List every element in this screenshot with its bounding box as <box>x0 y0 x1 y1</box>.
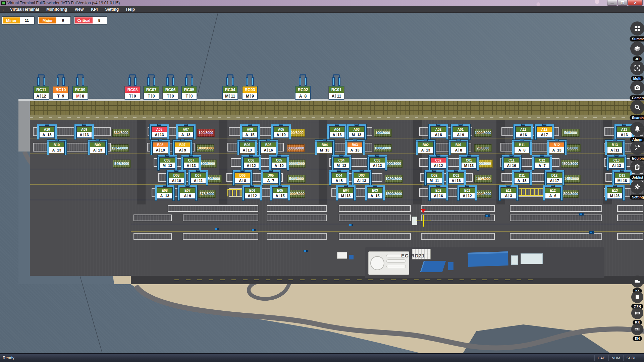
block-capacity-badge[interactable]: 1000/8000 <box>196 144 214 152</box>
yard-block-card[interactable]: A12A7 <box>537 127 552 138</box>
restore-button[interactable]: ❐ <box>618 0 628 6</box>
yard-block-card[interactable]: D12A17 <box>547 173 562 184</box>
quay-crane[interactable]: RC01A11 <box>329 74 344 100</box>
yard-block-card[interactable]: C02A12 <box>431 158 446 169</box>
block-capacity-badge[interactable]: 500/8000 <box>287 175 306 183</box>
equipment-filter-otr[interactable]: OTR <box>630 291 644 309</box>
quay-crane[interactable]: RC10T9 <box>53 74 68 100</box>
yard-block-card[interactable]: E11A3 <box>501 188 516 199</box>
sidebar-button-camera[interactable]: Camera <box>630 80 644 101</box>
yard-block-card[interactable]: B06A13 <box>239 142 255 153</box>
block-capacity-badge[interactable]: 1000/8000 <box>474 129 492 137</box>
yard-block-card[interactable]: A02A8 <box>431 127 446 138</box>
yard-block-card[interactable]: A08A13 <box>152 127 167 138</box>
block-capacity-badge[interactable]: 5500/8000 <box>561 190 579 198</box>
yard-block-card[interactable]: C06A12 <box>244 158 259 169</box>
block-capacity-badge[interactable]: 100/8000 <box>374 129 392 137</box>
yard-block-card[interactable]: B10A13 <box>49 142 64 153</box>
quay-crane[interactable]: RC07T0 <box>144 74 159 100</box>
block-capacity-badge[interactable]: 1020/8000 <box>385 175 403 183</box>
terminal-map[interactable]: 530/80001234/8000546/8000100/80001000/80… <box>0 13 644 353</box>
menu-item-setting[interactable]: Setting <box>101 6 122 13</box>
yard-block-card[interactable]: B02A13 <box>418 142 433 153</box>
yard-block-card[interactable]: E07A9 <box>180 188 195 199</box>
sidebar-button-summay[interactable]: Summay <box>630 21 644 42</box>
yard-block-card[interactable]: D04A8 <box>331 173 347 184</box>
yard-block-card[interactable]: B01A8 <box>451 142 466 153</box>
quay-crane[interactable]: RC03M9 <box>242 74 258 100</box>
yard-block-card[interactable]: C11A16 <box>504 158 519 169</box>
yard-block-card[interactable]: E03A15 <box>367 188 383 199</box>
quay-crane[interactable]: RC08T0 <box>125 74 140 100</box>
sidebar-button-joblist[interactable]: Joblist <box>630 160 644 180</box>
yard-block-card[interactable]: D11A13 <box>514 173 530 184</box>
yard-block-card[interactable]: B09A13 <box>90 142 105 153</box>
yard-block-card[interactable]: B13A11 <box>607 142 623 153</box>
block-capacity-badge[interactable]: 530/8000 <box>112 129 130 137</box>
yard-block-card[interactable]: E01A12 <box>460 188 475 199</box>
yard-block-card[interactable]: E04M13 <box>338 188 354 199</box>
block-capacity-badge[interactable]: 1234/8000 <box>111 144 129 152</box>
yard-block-card[interactable]: E06A12 <box>245 188 260 199</box>
yard-block-card[interactable]: A07A13 <box>178 127 194 138</box>
yard-block-card[interactable]: B07A9 <box>175 142 190 153</box>
block-capacity-badge[interactable]: 3000/8000 <box>287 144 305 152</box>
alert-pill-major[interactable]: Major9 <box>38 17 70 24</box>
equipment-filter-rs[interactable]: RS <box>630 307 644 325</box>
block-capacity-badge[interactable]: 20/8000 <box>474 144 492 152</box>
menu-item-kpi[interactable]: KPI <box>87 6 101 13</box>
yard-block-card[interactable]: B12A13 <box>549 142 565 153</box>
yard-block-card[interactable]: C07A13 <box>183 158 199 169</box>
sidebar-button-setting[interactable]: Setting <box>630 180 644 200</box>
yard-block-card[interactable]: C03A13 <box>370 158 385 169</box>
sidebar-button-search[interactable]: Search <box>630 100 644 120</box>
yard-block-card[interactable]: A09A13 <box>76 127 92 138</box>
yard-block-card[interactable]: A10A13 <box>39 127 55 138</box>
block-capacity-badge[interactable]: 100/8000 <box>197 129 215 137</box>
yard-block-card[interactable]: B04M13 <box>317 142 332 153</box>
yard-block-card[interactable]: D05A7 <box>263 173 278 184</box>
yard-block-card[interactable]: B08A10 <box>153 142 168 153</box>
block-capacity-badge[interactable]: 4500/8000 <box>561 160 579 168</box>
block-capacity-badge[interactable]: 600/8000 <box>199 160 217 168</box>
block-capacity-badge[interactable]: 578/8000 <box>198 190 216 198</box>
sidebar-button-multi[interactable]: Multi <box>630 61 644 81</box>
block-capacity-badge[interactable]: 50/8000 <box>561 129 580 137</box>
yard-block-card[interactable]: B11A8 <box>514 142 530 153</box>
alert-pill-minor[interactable]: Minor11 <box>2 17 34 24</box>
yard-block-card[interactable]: D06A8 <box>235 173 250 184</box>
close-button[interactable]: ✕ <box>628 0 643 6</box>
yard-block-card[interactable]: A03M13 <box>349 127 364 138</box>
menu-item-view[interactable]: View <box>71 6 87 13</box>
yard-block-card[interactable]: D02M11 <box>427 173 442 184</box>
yard-block-card[interactable]: D08A10 <box>169 173 184 184</box>
minimize-button[interactable]: — <box>607 0 617 6</box>
block-capacity-badge[interactable]: 1000/8000 <box>374 144 392 152</box>
yard-block-card[interactable]: C12A7 <box>534 158 550 169</box>
sidebar-button-equipment[interactable]: Equipment <box>630 141 644 161</box>
yard-block-card[interactable]: D13M18 <box>614 173 630 184</box>
quay-crane[interactable]: RC06T0 <box>163 74 178 100</box>
yard-block-card[interactable]: C05A10 <box>271 158 287 169</box>
yard-block-card[interactable]: C01M13 <box>461 158 477 169</box>
quay-crane[interactable]: RC04M11 <box>222 74 238 100</box>
menu-item-monitoring[interactable]: Monitoring <box>43 6 71 13</box>
block-capacity-badge[interactable]: 900/8000 <box>385 160 403 168</box>
yard-block-card[interactable]: B05A16 <box>261 142 276 153</box>
yard-block-card[interactable]: A04A13 <box>329 127 345 138</box>
yard-block-card[interactable]: A01A9 <box>453 127 468 138</box>
menu-item-virtualterminal[interactable]: VirtualTerminal <box>6 6 43 13</box>
yard-block-card[interactable]: D03A13 <box>354 173 369 184</box>
yard-block-card[interactable]: C13A13 <box>609 158 624 169</box>
yard-block-card[interactable]: E08A13 <box>157 188 172 199</box>
block-capacity-badge[interactable]: 145/8000 <box>562 175 581 183</box>
yard-block-card[interactable]: A11A6 <box>516 127 531 138</box>
block-capacity-badge[interactable]: 546/8000 <box>113 160 131 168</box>
yard-block-card[interactable]: E13M23 <box>607 188 623 199</box>
yard-block-card[interactable]: D01A16 <box>448 173 464 184</box>
yard-block-card[interactable]: C08M13 <box>160 158 175 169</box>
yard-block-card[interactable]: E12A6 <box>545 188 560 199</box>
menu-item-help[interactable]: Help <box>122 6 139 13</box>
yard-block-card[interactable]: A05A19 <box>273 127 289 138</box>
yard-block-card[interactable]: D07A11 <box>191 173 206 184</box>
